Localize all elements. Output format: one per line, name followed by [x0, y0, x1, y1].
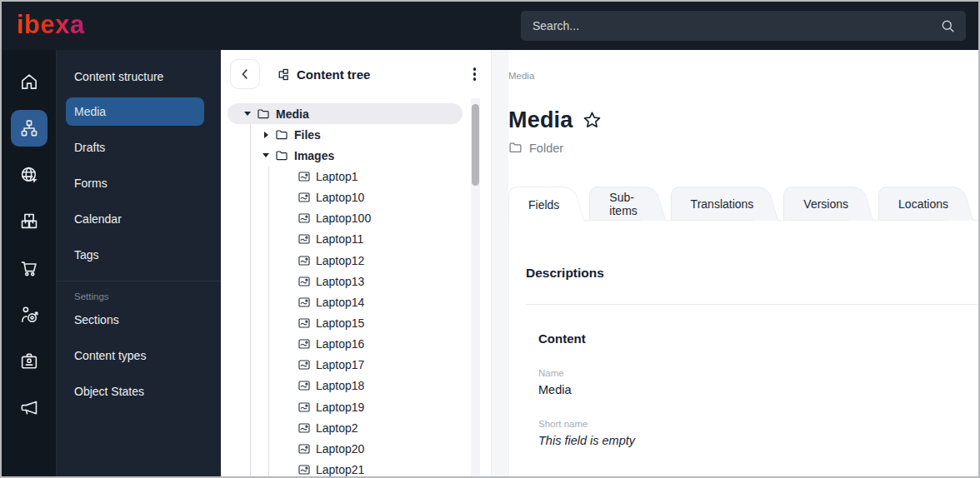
content-type-row: Folder — [508, 141, 978, 155]
group-heading: Content — [538, 331, 962, 346]
image-icon — [298, 358, 311, 371]
site-globe-icon[interactable] — [11, 157, 48, 193]
collapse-tree-button[interactable] — [230, 59, 260, 89]
tree-item-image[interactable]: Laptop14 — [228, 291, 462, 312]
content-structure-icon[interactable] — [11, 110, 48, 147]
field-label: Short name — [538, 419, 962, 429]
tree-item-image[interactable]: Laptop10 — [228, 187, 462, 208]
image-icon — [298, 254, 311, 267]
settings-section-label: Settings — [57, 288, 221, 305]
sidebar-item-content-structure[interactable]: Content structure — [57, 62, 221, 91]
tab-locations[interactable]: Locations — [878, 187, 952, 220]
admin-badge-icon[interactable] — [11, 343, 48, 380]
image-icon — [298, 296, 311, 309]
chevron-left-icon — [238, 67, 252, 82]
ibexa-logo[interactable]: ibexa — [17, 12, 85, 41]
caret-down-icon[interactable] — [262, 153, 270, 157]
global-search[interactable] — [521, 11, 966, 41]
sidebar-item-content-types[interactable]: Content types — [57, 341, 221, 370]
tab-sub-items[interactable]: Sub-items — [589, 187, 643, 220]
image-icon — [298, 232, 311, 246]
page-title: Media — [508, 107, 573, 133]
menu-divider — [57, 281, 221, 281]
tab-fields[interactable]: Fields — [508, 187, 562, 222]
content-type-label: Folder — [529, 142, 563, 155]
top-bar: ibexa — [2, 2, 978, 50]
image-icon — [298, 212, 311, 225]
tree-options-kebab-icon[interactable] — [470, 62, 480, 86]
icon-rail — [2, 50, 56, 476]
image-icon — [298, 275, 311, 288]
image-icon — [298, 421, 311, 435]
caret-down-icon[interactable] — [243, 112, 252, 116]
bookmark-star-icon[interactable] — [582, 110, 602, 131]
search-input[interactable] — [532, 19, 940, 32]
tree-item-image[interactable]: Laptop12 — [228, 250, 462, 271]
folder-icon — [275, 149, 288, 162]
section-divider — [526, 304, 978, 305]
image-icon — [298, 401, 311, 414]
caret-right-icon[interactable] — [262, 132, 270, 138]
commerce-cart-icon[interactable] — [11, 250, 48, 286]
tree-item-image[interactable]: Laptop20 — [228, 438, 462, 459]
tree-scrollbar-track[interactable] — [471, 98, 480, 476]
sidebar-item-calendar[interactable]: Calendar — [57, 204, 221, 233]
folder-icon — [275, 128, 288, 142]
image-icon — [298, 191, 311, 204]
app-window: ibexa — [0, 0, 980, 478]
tree-item-image[interactable]: Laptop17 — [228, 355, 462, 376]
tree-item-files[interactable]: Files — [228, 124, 462, 145]
tree-item-image[interactable]: Laptop18 — [228, 376, 462, 396]
image-icon — [298, 442, 311, 456]
content-tree-header: Content tree — [221, 50, 491, 98]
field-name: Name Media — [538, 368, 962, 396]
tree-item-image[interactable]: Laptop1 — [228, 166, 462, 187]
panel-gutter — [492, 50, 508, 476]
field-value-empty: This field is empty — [538, 434, 962, 447]
field-value: Media — [538, 383, 962, 396]
folder-icon — [257, 107, 270, 121]
tab-versions[interactable]: Versions — [783, 187, 852, 220]
tree-item-media[interactable]: Media — [228, 103, 462, 124]
tree-item-image[interactable]: Laptop11 — [228, 229, 462, 250]
tree-item-image[interactable]: Laptop15 — [228, 312, 462, 333]
folder-icon — [508, 141, 522, 155]
personalization-target-icon[interactable] — [11, 296, 48, 333]
content-tree-title: Content tree — [276, 67, 370, 82]
tree-item-image[interactable]: Laptop16 — [228, 334, 462, 355]
tree-item-image[interactable]: Laptop21 — [228, 459, 462, 476]
promotions-megaphone-icon[interactable] — [11, 390, 48, 426]
fields-tab-panel: Descriptions Content Name Media Short na… — [508, 220, 978, 476]
tree-item-image[interactable]: Laptop13 — [228, 271, 462, 291]
search-icon[interactable] — [940, 18, 956, 34]
content-tree: Media Files Images Laptop — [221, 98, 491, 476]
tree-item-image[interactable]: Laptop2 — [228, 417, 462, 438]
sidebar-item-sections[interactable]: Sections — [57, 305, 221, 334]
tree-scrollbar-thumb[interactable] — [472, 104, 479, 186]
sidebar-item-object-states[interactable]: Object States — [57, 376, 221, 406]
field-short-name: Short name This field is empty — [538, 419, 962, 447]
image-icon — [298, 170, 311, 183]
image-icon — [298, 379, 311, 392]
tab-translations[interactable]: Translations — [671, 187, 758, 220]
image-icon — [298, 463, 311, 476]
sidebar-item-drafts[interactable]: Drafts — [57, 132, 221, 162]
main-content: Media Media Folder Fields Sub-items Tran — [508, 50, 978, 476]
tree-icon — [276, 67, 290, 82]
tree-item-image[interactable]: Laptop100 — [228, 208, 462, 229]
tab-bar: Fields Sub-items Translations Versions L… — [508, 183, 978, 220]
home-icon[interactable] — [11, 63, 48, 100]
breadcrumb[interactable]: Media — [508, 50, 978, 81]
tree-item-images[interactable]: Images — [228, 145, 462, 166]
products-boxes-icon[interactable] — [11, 203, 48, 240]
sidebar-item-media[interactable]: Media — [66, 97, 204, 126]
image-icon — [298, 337, 311, 351]
image-icon — [298, 316, 311, 330]
sidebar-item-tags[interactable]: Tags — [57, 240, 221, 269]
section-heading: Descriptions — [526, 266, 962, 281]
content-tree-panel: Content tree Media — [221, 50, 492, 476]
sidebar-item-forms[interactable]: Forms — [57, 168, 221, 197]
tree-item-image[interactable]: Laptop19 — [228, 396, 462, 417]
sidebar-menu: Content structure Media Drafts Forms Cal… — [56, 50, 221, 476]
field-label: Name — [538, 368, 962, 378]
